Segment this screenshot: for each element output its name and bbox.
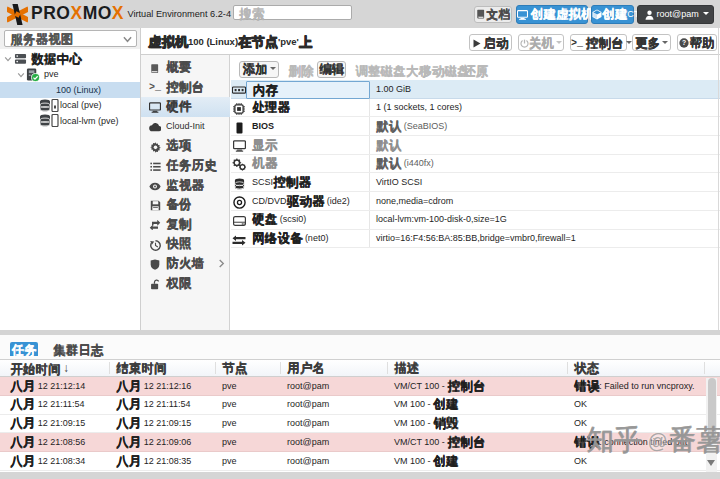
svg-text:?: ? <box>682 39 686 46</box>
